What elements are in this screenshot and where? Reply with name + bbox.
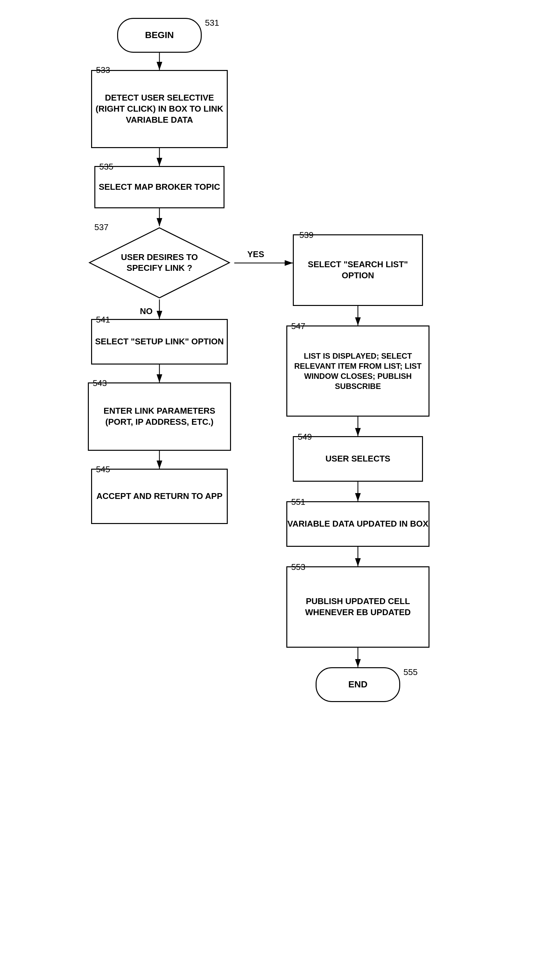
node-539-ref: 539 (299, 230, 313, 240)
no-label: NO (140, 306, 153, 316)
node-539: SELECT "SEARCH LIST" OPTION (293, 234, 423, 306)
node-545-ref: 545 (96, 465, 110, 474)
node-545-label: ACCEPT AND RETURN TO APP (96, 491, 223, 502)
node-553-ref: 553 (291, 562, 305, 572)
node-545: ACCEPT AND RETURN TO APP (91, 469, 228, 524)
node-549-label: USER SELECTS (325, 453, 390, 465)
node-543-label: ENTER LINK PARAMETERS (PORT, IP ADDRESS,… (89, 405, 230, 428)
node-551-label: VARIABLE DATA UPDATED IN BOX (287, 519, 428, 530)
node-543: ENTER LINK PARAMETERS (PORT, IP ADDRESS,… (88, 382, 231, 451)
node-533-ref: 533 (96, 65, 110, 75)
node-541-ref: 541 (96, 315, 110, 325)
node-547: LIST IS DISPLAYED; SELECT RELEVANT ITEM … (286, 325, 430, 417)
node-533-label: DETECT USER SELECTIVE (RIGHT CLICK) IN B… (92, 92, 227, 125)
node-535: SELECT MAP BROKER TOPIC (94, 166, 225, 208)
node-547-ref: 547 (291, 321, 305, 332)
node-549-ref: 549 (298, 432, 312, 442)
node-539-label: SELECT "SEARCH LIST" OPTION (294, 259, 422, 281)
node-537-ref: 537 (94, 222, 108, 232)
node-end: END (316, 667, 400, 702)
node-551-ref: 551 (291, 497, 305, 507)
node-begin: BEGIN (117, 18, 202, 53)
node-549: USER SELECTS (293, 436, 423, 482)
node-541: SELECT "SETUP LINK" OPTION (91, 319, 228, 364)
yes-label: YES (247, 250, 264, 259)
node-537-label: USER DESIRES TO SPECIFY LINK ? (106, 252, 213, 274)
node-end-ref: 555 (404, 667, 417, 677)
node-begin-label: BEGIN (145, 29, 174, 41)
node-553-label: PUBLISH UPDATED CELL WHENEVER EB UPDATED (287, 596, 428, 618)
diagram-container: YES NO BEGIN 531 DETECT USER SELECTIVE (… (0, 0, 558, 980)
node-535-ref: 535 (99, 162, 113, 172)
node-553: PUBLISH UPDATED CELL WHENEVER EB UPDATED (286, 566, 430, 648)
node-begin-ref: 531 (205, 18, 219, 28)
node-551: VARIABLE DATA UPDATED IN BOX (286, 501, 430, 547)
arrows-svg: YES NO (0, 0, 558, 980)
node-541-label: SELECT "SETUP LINK" OPTION (95, 336, 223, 347)
node-543-ref: 543 (93, 378, 107, 388)
node-535-label: SELECT MAP BROKER TOPIC (98, 182, 220, 193)
node-547-label: LIST IS DISPLAYED; SELECT RELEVANT ITEM … (287, 351, 428, 392)
node-537: USER DESIRES TO SPECIFY LINK ? (88, 226, 231, 299)
node-533: DETECT USER SELECTIVE (RIGHT CLICK) IN B… (91, 70, 228, 148)
node-end-label: END (348, 679, 367, 690)
